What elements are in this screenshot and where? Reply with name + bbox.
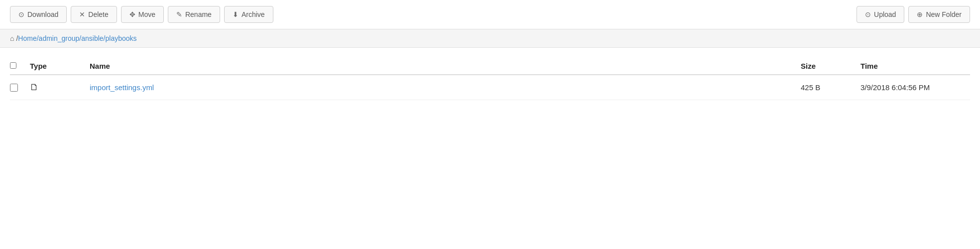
upload-icon: ⊙ [865, 10, 871, 18]
breadcrumb-ansible[interactable]: /ansible [79, 34, 103, 42]
download-icon: ⊙ [18, 10, 24, 18]
new-folder-button[interactable]: ⊕ New Folder [908, 6, 970, 23]
breadcrumb-admin-group[interactable]: /admin_group [37, 34, 80, 42]
row-checkbox-cell [10, 84, 30, 92]
breadcrumb: ⌂ /Home/admin_group/ansible/playbooks [0, 29, 980, 48]
delete-button[interactable]: ✕ Delete [71, 6, 117, 23]
header-size: Size [801, 62, 860, 70]
file-size: 425 B [801, 83, 860, 92]
archive-label: Archive [242, 10, 265, 18]
download-label: Download [27, 10, 58, 18]
home-icon: ⌂ [10, 34, 14, 42]
file-table: Type Name Size Time 🗋 import_settings.ym… [0, 58, 980, 100]
move-label: Move [138, 10, 155, 18]
breadcrumb-path: /Home/admin_group/ansible/playbooks [16, 34, 136, 42]
rename-label: Rename [185, 10, 212, 18]
rename-icon: ✎ [176, 10, 182, 18]
rename-button[interactable]: ✎ Rename [168, 6, 220, 23]
new-folder-label: New Folder [926, 10, 962, 18]
file-time: 3/9/2018 6:04:56 PM [860, 83, 970, 92]
header-type: Type [30, 62, 90, 70]
upload-button[interactable]: ⊙ Upload [857, 6, 904, 23]
download-button[interactable]: ⊙ Download [10, 6, 67, 23]
toolbar: ⊙ Download ✕ Delete ✥ Move ✎ Rename ⬇ Ar… [0, 0, 980, 29]
header-checkbox [10, 62, 30, 70]
breadcrumb-home[interactable]: Home [18, 34, 36, 42]
breadcrumb-playbooks[interactable]: /playbooks [104, 34, 137, 42]
upload-label: Upload [874, 10, 896, 18]
archive-button[interactable]: ⬇ Archive [224, 6, 273, 23]
archive-icon: ⬇ [233, 10, 239, 18]
move-button[interactable]: ✥ Move [121, 6, 164, 23]
right-actions: ⊙ Upload ⊕ New Folder [857, 6, 970, 23]
file-name-link[interactable]: import_settings.yml [90, 83, 154, 92]
file-name-cell: import_settings.yml [90, 83, 801, 92]
row-checkbox[interactable] [10, 84, 18, 92]
left-actions: ⊙ Download ✕ Delete ✥ Move ✎ Rename ⬇ Ar… [10, 6, 273, 23]
delete-icon: ✕ [79, 10, 85, 18]
file-type-icon: 🗋 [30, 82, 90, 93]
delete-label: Delete [88, 10, 108, 18]
header-time: Time [860, 62, 970, 70]
header-name: Name [90, 62, 801, 70]
select-all-checkbox[interactable] [10, 62, 16, 69]
move-icon: ✥ [129, 10, 135, 18]
new-folder-icon: ⊕ [917, 10, 923, 18]
table-row: 🗋 import_settings.yml 425 B 3/9/2018 6:0… [10, 75, 970, 100]
table-header: Type Name Size Time [10, 58, 970, 75]
